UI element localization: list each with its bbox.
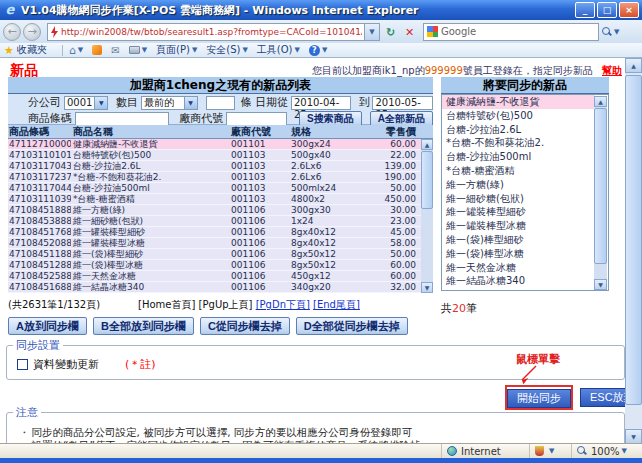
- branch-select[interactable]: 0001▼: [64, 96, 108, 110]
- search-engine-label: Google: [441, 26, 476, 37]
- add-all-to-sync-button[interactable]: B全部放到同步欄: [93, 317, 194, 335]
- search-button[interactable]: ▼: [602, 27, 619, 37]
- minimize-button[interactable]: _: [575, 2, 595, 18]
- protected-mode-indicator[interactable]: ▼: [530, 444, 572, 458]
- table-row[interactable]: 4710845128888維一(袋)棒型冰糖0011068gx50x1260.0…: [8, 260, 421, 271]
- search-options-caret-icon[interactable]: ▼: [614, 28, 619, 36]
- table-cell: 維一細砂糖(包狀): [71, 216, 229, 226]
- close-button[interactable]: ×: [619, 2, 639, 18]
- table-cell: 001106: [229, 238, 289, 248]
- table-row[interactable]: 4710845388886維一細砂糖(包狀)0011061x2423.00: [8, 216, 421, 227]
- sync-listbox[interactable]: 健康減納鹽-不收退貨台糖特號砂(包)500台糖-沙拉油2.6L*台糖-不飽和葵花…: [441, 94, 609, 291]
- barcode-input[interactable]: [75, 112, 169, 126]
- pgup-link[interactable]: [PgUp上頁]: [199, 299, 253, 310]
- stop-icon[interactable]: ✕: [401, 23, 418, 41]
- address-dropdown-icon[interactable]: ▼: [365, 23, 380, 41]
- menu-page[interactable]: 頁面(P)▼: [156, 43, 197, 57]
- data-update-checkbox[interactable]: [17, 359, 28, 370]
- zoom-control[interactable]: 100% ▼: [572, 444, 642, 458]
- scroll-up-icon[interactable]: ▲: [421, 139, 433, 150]
- google-icon: [427, 26, 438, 37]
- status-bar: Internet ▼ 100% ▼: [0, 443, 642, 458]
- list-item[interactable]: 維一(袋)棒型冰糖: [442, 247, 595, 261]
- add-to-sync-button[interactable]: A放到同步欄: [8, 317, 87, 335]
- branch-label: 分公司: [28, 95, 61, 110]
- count-select[interactable]: 最前的▼: [141, 96, 198, 110]
- help-link[interactable]: 幫助: [602, 65, 622, 76]
- pgdn-link[interactable]: [PgDn下頁]: [256, 299, 310, 310]
- list-scrollbar[interactable]: ▲ ▼: [594, 96, 607, 290]
- scrollbar-thumb[interactable]: [421, 151, 433, 209]
- date-from-input[interactable]: 2010-04-25: [291, 96, 352, 110]
- list-item[interactable]: 維一細砂糖(包狀): [442, 192, 595, 206]
- favorites-button[interactable]: ★ 收藏夾: [4, 43, 47, 57]
- back-button[interactable]: ←: [3, 23, 21, 41]
- end-page-link[interactable]: [End尾頁]: [313, 299, 360, 310]
- count-input[interactable]: [206, 96, 235, 110]
- table-cell: 4710845118889: [8, 249, 71, 259]
- list-item[interactable]: 台糖-沙拉油500ml: [442, 150, 595, 164]
- table-row[interactable]: 4710311723715*台糖-不飽和葵花油2.0011032.6Lx6190…: [8, 172, 421, 183]
- scroll-up-icon[interactable]: ▲: [625, 58, 642, 73]
- list-item[interactable]: *台糖-糖蜜酒精: [442, 164, 595, 178]
- table-cell: 001103: [229, 150, 289, 160]
- list-item[interactable]: 維一方糖(綠): [442, 178, 595, 192]
- scroll-down-icon[interactable]: ▼: [625, 429, 642, 443]
- search-input[interactable]: Google: [423, 23, 599, 41]
- table-row[interactable]: 4710845168884維一結晶冰糖340001106340gx2032.00: [8, 282, 421, 293]
- scroll-down-icon[interactable]: ▼: [421, 282, 433, 293]
- table-row[interactable]: 4710311704318台糖-沙拉油2.6L0011032.6Lx6139.0…: [8, 161, 421, 172]
- notes-legend: 注意: [13, 405, 41, 420]
- list-item[interactable]: 維一罐裝棒型冰糖: [442, 219, 595, 233]
- list-item[interactable]: 維一天然金冰糖: [442, 261, 595, 275]
- list-item[interactable]: 台糖特號砂(包)500: [442, 109, 595, 123]
- scroll-up-icon[interactable]: ▲: [594, 96, 607, 107]
- feed-button[interactable]: [92, 45, 102, 55]
- maximize-button[interactable]: □: [597, 2, 617, 18]
- scroll-down-icon[interactable]: ▼: [594, 279, 607, 290]
- table-cell: 450gx12: [289, 271, 347, 281]
- date-to-input[interactable]: 2010-05-25: [372, 96, 433, 110]
- vendor-input[interactable]: [226, 112, 287, 126]
- table-cell: 45.00: [347, 227, 419, 237]
- help-button[interactable]: ?▼: [309, 45, 327, 56]
- list-item[interactable]: 維一結晶冰糖340: [442, 274, 595, 288]
- browser-scrollbar[interactable]: ▲ ▼: [625, 58, 642, 443]
- table-row[interactable]: 4710845258882維一天然金冰糖001106450gx1260.00: [8, 271, 421, 282]
- forward-button[interactable]: →: [23, 23, 41, 41]
- col-vendor: 廠商代號: [229, 125, 289, 138]
- table-row[interactable]: 4710311010105台糖特號砂(包)500001103500gx4022.…: [8, 150, 421, 161]
- note-item: 同步的商品分公司設定, 被同步方可以選擇, 同步方的要以相應分公司身份登錄即可: [19, 426, 624, 439]
- refresh-icon[interactable]: ↻: [382, 23, 399, 41]
- table-cell: 4710845168884: [8, 282, 71, 292]
- home-button[interactable]: ⌂▼: [69, 44, 83, 57]
- table-row[interactable]: 4710311103913*台糖-糖蜜酒精0011034800x2450.00: [8, 194, 421, 205]
- table-row[interactable]: 4710845176883維一罐裝棒型細砂0011068gx40x1245.00: [8, 227, 421, 238]
- menu-tools[interactable]: 工具(O)▼: [257, 43, 300, 57]
- table-row[interactable]: 4710311704417台糖-沙拉油500ml001103500mlx2450…: [8, 183, 421, 194]
- print-button[interactable]: ▼: [129, 46, 147, 54]
- list-item[interactable]: 健康減納鹽-不收退貨: [442, 95, 595, 109]
- address-bar[interactable]: http://win2008/tw/btob/searesult1.asp?fr…: [47, 23, 365, 41]
- scrollbar-thumb[interactable]: [594, 108, 607, 264]
- list-item[interactable]: 維一(袋)棒型細砂: [442, 233, 595, 247]
- sync-settings-legend: 同步設置: [13, 338, 63, 353]
- remove-from-sync-button[interactable]: C從同步欄去掉: [200, 317, 290, 335]
- table-row[interactable]: 4711271000090健康減納鹽-不收退貨001101300gx2460.0…: [8, 139, 421, 150]
- table-row[interactable]: 4710845208887維一罐裝棒型冰糖0011068gx40x1258.00: [8, 238, 421, 249]
- mail-button[interactable]: ✉: [111, 45, 119, 56]
- table-row[interactable]: 4710845188882維一方糖(綠)001106300gx3030.00: [8, 205, 421, 216]
- home-page-link[interactable]: [Home首頁]: [138, 299, 195, 310]
- table-row[interactable]: 4710845118889維一(袋)棒型細砂0011068gx50x1250.0…: [8, 249, 421, 260]
- remove-all-from-sync-button[interactable]: D全部從同步欄去掉: [296, 317, 408, 335]
- menu-security[interactable]: 安全(S)▼: [206, 43, 248, 57]
- table-scrollbar[interactable]: ▲ ▼: [421, 139, 433, 293]
- table-cell: 維一方糖(綠): [71, 205, 229, 215]
- record-count: (共2631筆1/132頁): [8, 299, 100, 310]
- shield-icon: [535, 446, 544, 456]
- list-item[interactable]: 維一罐裝棒型細砂: [442, 205, 595, 219]
- list-item[interactable]: *台糖-不飽和葵花油2.: [442, 136, 595, 150]
- table-cell: *台糖-糖蜜酒精: [71, 194, 229, 204]
- list-item[interactable]: 台糖-沙拉油2.6L: [442, 123, 595, 137]
- scrollbar-thumb[interactable]: [625, 75, 642, 405]
